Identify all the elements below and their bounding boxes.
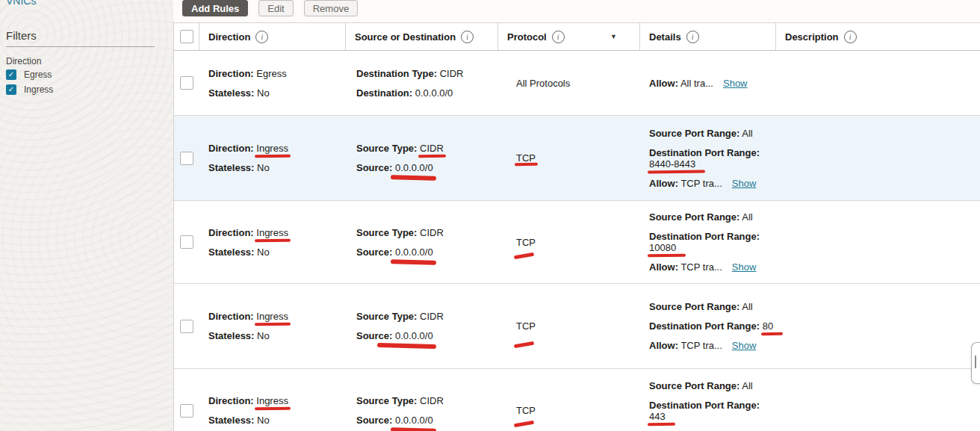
column-label: Description <box>785 31 839 43</box>
filter-direction-label: Direction <box>6 56 41 66</box>
filter-option-egress[interactable]: ✓ Egress <box>6 69 52 80</box>
column-header-direction[interactable]: Direction i <box>199 23 346 50</box>
source-destination-cell: Source Type: CIDR Source: 0.0.0.0/0 <box>346 201 498 283</box>
details-cell: Source Port Range: All Destination Port … <box>640 116 776 200</box>
protocol-cell: TCP <box>498 369 640 431</box>
row-checkbox[interactable] <box>180 404 193 418</box>
details-cell: Source Port Range: All Destination Port … <box>640 284 776 368</box>
main-content: Add Rules Edit Remove Direction i Source… <box>173 0 980 431</box>
red-underline-annotation: Ingress <box>256 395 288 406</box>
column-label: Direction <box>208 31 250 43</box>
column-label: Protocol <box>507 31 547 43</box>
check-icon: ✓ <box>8 86 14 93</box>
column-header-protocol[interactable]: Protocol i ▼ <box>498 23 640 50</box>
egress-checkbox[interactable]: ✓ <box>6 69 16 80</box>
protocol-cell: All Protocols <box>498 51 640 115</box>
red-underline-annotation: Ingress <box>256 143 288 154</box>
select-all-cell <box>174 23 199 50</box>
red-underline-annotation: 443 <box>649 411 666 422</box>
direction-cell: Direction: Ingress Stateless: No <box>199 116 346 200</box>
filters-divider <box>6 46 155 47</box>
red-underline-annotation: 0.0.0.0/0 <box>395 330 433 341</box>
table-row-ingress-8440-8443[interactable]: Direction: Ingress Stateless: No Source … <box>174 116 980 201</box>
red-underline-annotation: 10080 <box>649 242 676 253</box>
direction-cell: Direction: Egress Stateless: No <box>199 51 346 115</box>
filter-option-ingress[interactable]: ✓ Ingress <box>6 84 53 95</box>
info-icon[interactable]: i <box>552 31 565 43</box>
source-destination-cell: Source Type: CIDR Source: 0.0.0.0/0 <box>346 116 498 200</box>
red-underline-annotation: 0.0.0.0/0 <box>395 162 433 173</box>
ingress-label: Ingress <box>24 84 53 95</box>
table-row-egress[interactable]: Direction: Egress Stateless: No Destinat… <box>174 51 980 116</box>
column-header-source-or-destination[interactable]: Source or Destination i <box>346 23 498 50</box>
details-cell: Allow: All tra...Show <box>640 51 776 115</box>
red-underline-annotation: 0.0.0.0/0 <box>395 246 433 258</box>
filters-title: Filters <box>6 29 37 42</box>
info-icon[interactable]: i <box>686 31 699 43</box>
direction-cell: Direction: Ingress Stateless: No <box>199 284 346 368</box>
info-icon[interactable]: i <box>461 31 474 43</box>
red-underline-annotation: CIDR <box>420 143 444 154</box>
show-link[interactable]: Show <box>723 78 748 89</box>
description-cell <box>776 369 980 431</box>
protocol-cell: TCP <box>498 116 640 200</box>
direction-cell: Direction: Ingress Stateless: No <box>199 369 346 431</box>
select-all-checkbox[interactable] <box>180 30 193 43</box>
description-cell <box>776 51 980 115</box>
red-underline-annotation: 8440-8443 <box>649 158 695 170</box>
red-underline-annotation: 80 <box>763 320 773 332</box>
row-checkbox[interactable] <box>180 76 193 90</box>
add-rules-button[interactable]: Add Rules <box>182 0 248 16</box>
protocol-cell: TCP <box>498 201 640 283</box>
column-label: Details <box>649 31 681 43</box>
remove-button[interactable]: Remove <box>304 0 358 16</box>
show-link[interactable]: Show <box>732 178 757 189</box>
caret-down-icon[interactable]: ▼ <box>610 33 617 40</box>
direction-cell: Direction: Ingress Stateless: No <box>199 201 346 283</box>
ingress-checkbox[interactable]: ✓ <box>6 84 16 95</box>
table-header-row: Direction i Source or Destination i Prot… <box>174 23 980 51</box>
protocol-cell: TCP <box>498 284 640 368</box>
security-rules-table: Direction i Source or Destination i Prot… <box>173 22 980 431</box>
info-icon[interactable]: i <box>844 31 857 43</box>
details-cell: Source Port Range: All Destination Port … <box>640 369 776 431</box>
red-underline-annotation: TCP <box>516 237 536 248</box>
row-checkbox[interactable] <box>180 235 193 249</box>
red-underline-annotation: TCP <box>516 405 536 416</box>
sidebar-item-vnics[interactable]: VNICs <box>6 0 36 7</box>
table-row-ingress-10080[interactable]: Direction: Ingress Stateless: No Source … <box>174 201 980 284</box>
source-destination-cell: Source Type: CIDR Source: 0.0.0.0/0 <box>346 284 498 368</box>
check-icon: ✓ <box>8 71 14 78</box>
red-underline-annotation: Ingress <box>256 311 288 322</box>
description-cell <box>776 201 980 283</box>
info-icon[interactable]: i <box>255 31 268 43</box>
edit-button[interactable]: Edit <box>258 0 293 16</box>
table-row-ingress-80[interactable]: Direction: Ingress Stateless: No Source … <box>174 284 980 369</box>
column-header-description[interactable]: Description i <box>776 23 980 50</box>
red-underline-annotation: 0.0.0.0/0 <box>395 415 433 426</box>
row-checkbox[interactable] <box>180 152 193 165</box>
show-link[interactable]: Show <box>732 340 757 351</box>
red-underline-annotation: TCP <box>516 152 536 164</box>
side-panel-handle[interactable] <box>971 342 980 384</box>
column-label: Source or Destination <box>355 31 456 43</box>
sidebar: VNICs Filters Direction ✓ Egress ✓ Ingre… <box>0 0 173 431</box>
egress-label: Egress <box>24 69 52 80</box>
column-header-details[interactable]: Details i <box>640 23 776 50</box>
description-cell <box>776 116 980 200</box>
show-link[interactable]: Show <box>732 261 757 273</box>
row-checkbox[interactable] <box>180 320 193 333</box>
source-destination-cell: Destination Type: CIDR Destination: 0.0.… <box>346 51 498 115</box>
description-cell <box>776 284 980 368</box>
details-cell: Source Port Range: All Destination Port … <box>640 201 776 283</box>
toolbar: Add Rules Edit Remove <box>182 0 358 16</box>
red-underline-annotation: Ingress <box>256 227 288 238</box>
red-underline-annotation: TCP <box>516 320 536 332</box>
source-destination-cell: Source Type: CIDR Source: 0.0.0.0/0 <box>346 369 498 431</box>
table-row-ingress-443[interactable]: Direction: Ingress Stateless: No Source … <box>174 369 980 431</box>
